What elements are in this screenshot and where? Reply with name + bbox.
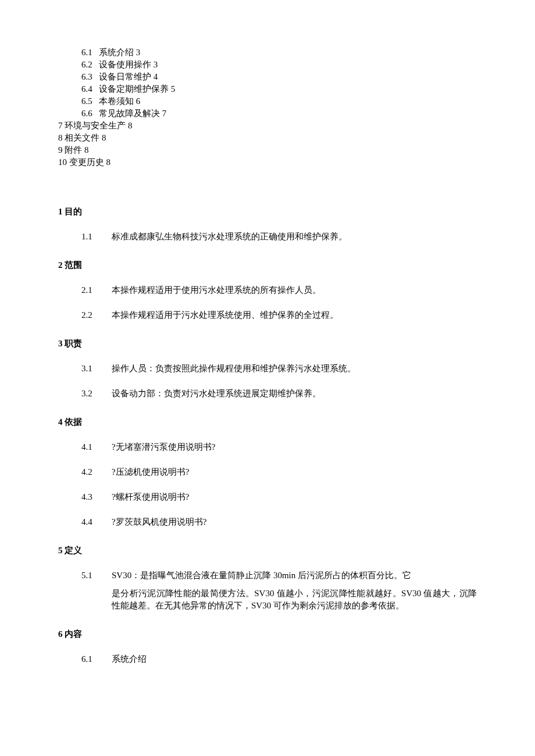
- item-number: 3.1: [81, 363, 112, 375]
- definition-continuation: 是分析污泥沉降性能的最简便方法。SV30 值越小，污泥沉降性能就越好。SV30 …: [112, 587, 477, 612]
- item-number: 2.2: [81, 309, 112, 321]
- item-text: ?无堵塞潜污泵使用说明书?: [112, 441, 215, 453]
- item-number: 4.1: [81, 441, 112, 453]
- toc-item: 6.4设备定期维护保养 5: [81, 83, 477, 95]
- list-item: 4.3 ?螺杆泵使用说明书?: [81, 491, 477, 503]
- list-item: 4.4 ?罗茨鼓风机使用说明书?: [81, 516, 477, 528]
- item-number: 2.1: [81, 284, 112, 296]
- item-text: ?压滤机使用说明书?: [112, 466, 189, 478]
- toc-item: 6.3设备日常维护 4: [81, 71, 477, 83]
- toc-label: 设备定期维护保养 5: [99, 83, 175, 95]
- item-text: SV30：是指曝气池混合液在量筒静止沉降 30min 后污泥所占的体积百分比。它: [112, 569, 411, 582]
- toc-num: 6.2: [81, 59, 99, 71]
- item-text: 设备动力部：负责对污水处理系统进展定期维护保养。: [112, 388, 321, 400]
- item-number: 5.1: [81, 569, 112, 582]
- item-text: 本操作规程适用于污水处理系统使用、维护保养的全过程。: [112, 309, 338, 321]
- list-item: 1.1 标准成都康弘生物科技污水处理系统的正确使用和维护保养。: [81, 231, 477, 243]
- toc-label: 系统介绍 3: [99, 46, 140, 59]
- toc-num: 6.5: [81, 95, 99, 108]
- toc-item: 6.1系统介绍 3: [81, 46, 477, 59]
- toc-item: 7 环境与安全生产 8: [58, 120, 477, 132]
- section-heading-content: 6 内容: [58, 628, 477, 640]
- toc-item: 6.5本卷须知 6: [81, 95, 477, 108]
- section-heading-basis: 4 依据: [58, 416, 477, 428]
- list-item: 2.2 本操作规程适用于污水处理系统使用、维护保养的全过程。: [81, 309, 477, 321]
- item-number: 1.1: [81, 231, 112, 243]
- toc-sub-block: 6.1系统介绍 3 6.2设备使用操作 3 6.3设备日常维护 4 6.4设备定…: [58, 46, 477, 120]
- section-heading-responsibility: 3 职责: [58, 338, 477, 350]
- item-text: ?罗茨鼓风机使用说明书?: [112, 516, 206, 528]
- section-heading-scope: 2 范围: [58, 259, 477, 271]
- toc-label: 设备日常维护 4: [99, 71, 158, 83]
- toc-num: 6.3: [81, 71, 99, 83]
- toc-label: 本卷须知 6: [99, 95, 140, 108]
- list-item: 3.2 设备动力部：负责对污水处理系统进展定期维护保养。: [81, 388, 477, 400]
- toc-top-block: 7 环境与安全生产 8 8 相关文件 8 9 附件 8 10 变更历史 8: [58, 120, 477, 169]
- toc-label: 设备使用操作 3: [99, 59, 158, 71]
- section-heading-purpose: 1 目的: [58, 206, 477, 218]
- toc-item: 6.6常见故障及解决 7: [81, 108, 477, 120]
- list-item: 6.1 系统介绍: [81, 653, 477, 665]
- list-item: 4.2 ?压滤机使用说明书?: [81, 466, 477, 478]
- item-text: 系统介绍: [112, 653, 147, 665]
- section-heading-definition: 5 定义: [58, 544, 477, 557]
- toc-num: 6.4: [81, 83, 99, 95]
- list-item: 3.1 操作人员：负责按照此操作规程使用和维护保养污水处理系统。: [81, 363, 477, 375]
- list-item: 4.1 ?无堵塞潜污泵使用说明书?: [81, 441, 477, 453]
- toc-item: 9 附件 8: [58, 144, 477, 156]
- toc-item: 6.2设备使用操作 3: [81, 59, 477, 71]
- item-number: 4.4: [81, 516, 112, 528]
- item-text: 标准成都康弘生物科技污水处理系统的正确使用和维护保养。: [112, 231, 347, 243]
- item-number: 3.2: [81, 388, 112, 400]
- toc-item: 8 相关文件 8: [58, 132, 477, 144]
- item-text: 操作人员：负责按照此操作规程使用和维护保养污水处理系统。: [112, 363, 356, 375]
- item-text: 本操作规程适用于使用污水处理系统的所有操作人员。: [112, 284, 321, 296]
- item-text: ?螺杆泵使用说明书?: [112, 491, 189, 503]
- item-number: 6.1: [81, 653, 112, 665]
- list-item: 2.1 本操作规程适用于使用污水处理系统的所有操作人员。: [81, 284, 477, 296]
- toc-item: 10 变更历史 8: [58, 156, 477, 169]
- toc-num: 6.1: [81, 46, 99, 59]
- list-item: 5.1 SV30：是指曝气池混合液在量筒静止沉降 30min 后污泥所占的体积百…: [81, 569, 477, 582]
- toc-num: 6.6: [81, 108, 99, 120]
- item-number: 4.3: [81, 491, 112, 503]
- toc-label: 常见故障及解决 7: [99, 108, 166, 120]
- item-number: 4.2: [81, 466, 112, 478]
